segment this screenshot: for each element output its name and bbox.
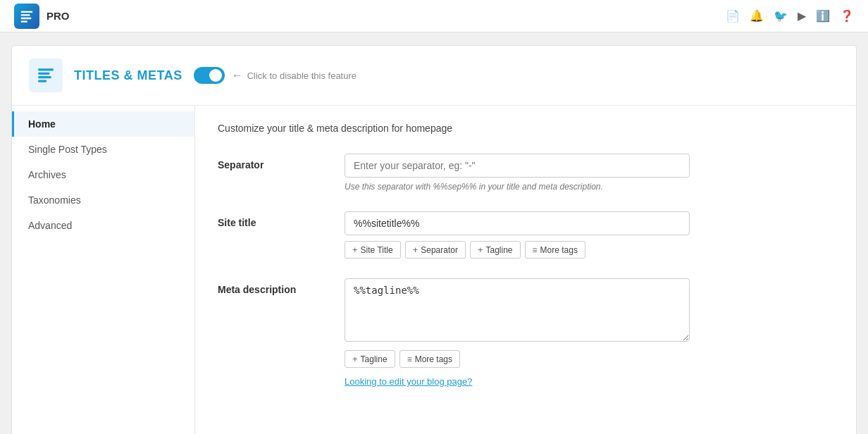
svg-rect-0 [21, 11, 33, 12]
page-description: Customize your title & meta description … [218, 123, 833, 134]
topbar: PRO 📄 🔔 🐦 ▶ ℹ️ ❓ [0, 0, 868, 32]
svg-rect-3 [21, 20, 27, 22]
separator-row: Separator Use this separator with %%sep%… [218, 154, 833, 192]
main-wrapper: TITLES & METAS ← Click to disable this f… [11, 45, 857, 434]
sidebar-item-advanced[interactable]: Advanced [12, 213, 194, 238]
sidebar-item-taxonomies[interactable]: Taxonomies [12, 187, 194, 213]
tag-btn-tagline[interactable]: + Tagline [470, 241, 521, 259]
separator-input[interactable] [345, 154, 690, 178]
separator-hint: Use this separator with %%sep%% in your … [345, 182, 833, 192]
tag-btn-more-tags[interactable]: ≡ More tags [525, 241, 585, 259]
arrow-left-icon: ← [232, 69, 243, 82]
svg-rect-1 [21, 14, 30, 16]
separator-label: Separator [218, 154, 330, 192]
feature-toggle[interactable] [194, 67, 225, 84]
toggle-hint: ← Click to disable this feature [232, 69, 356, 82]
header-icon-box [29, 58, 63, 92]
topbar-icons: 📄 🔔 🐦 ▶ ℹ️ ❓ [726, 9, 854, 23]
toggle-container: ← Click to disable this feature [194, 67, 356, 84]
svg-rect-6 [38, 76, 51, 78]
blog-link[interactable]: Looking to edit your blog page? [345, 376, 472, 387]
sidebar-item-single-post-types[interactable]: Single Post Types [12, 137, 194, 162]
content-layout: Home Single Post Types Archives Taxonomi… [12, 106, 856, 434]
site-title-row: Site title + Site Title + Separator [218, 211, 833, 259]
svg-rect-4 [38, 68, 54, 70]
meta-description-label: Meta description [218, 278, 330, 388]
svg-rect-5 [38, 73, 49, 75]
pro-label: PRO [46, 10, 70, 22]
svg-rect-7 [38, 80, 46, 82]
site-title-input[interactable] [345, 211, 690, 235]
twitter-icon[interactable]: 🐦 [774, 9, 788, 23]
tag-btn-site-title[interactable]: + Site Title [345, 241, 401, 259]
separator-control: Use this separator with %%sep%% in your … [345, 154, 833, 192]
site-title-label: Site title [218, 211, 330, 259]
meta-description-control: + Tagline ≡ More tags Looking to edit yo… [345, 278, 833, 388]
youtube-icon[interactable]: ▶ [798, 9, 806, 23]
info-icon[interactable]: ℹ️ [816, 9, 830, 23]
meta-description-tag-buttons: + Tagline ≡ More tags [345, 350, 833, 368]
site-title-tag-buttons: + Site Title + Separator + Tagline ≡ [345, 241, 833, 259]
sidebar: Home Single Post Types Archives Taxonomi… [12, 106, 195, 434]
meta-description-row: Meta description + Tagline ≡ More tags L [218, 278, 833, 388]
document-icon[interactable]: 📄 [726, 9, 740, 23]
tag-btn-separator[interactable]: + Separator [405, 241, 466, 259]
svg-rect-2 [21, 17, 32, 18]
site-title-control: + Site Title + Separator + Tagline ≡ [345, 211, 833, 259]
header-section: TITLES & METAS ← Click to disable this f… [12, 46, 856, 106]
main-panel: Customize your title & meta description … [195, 106, 856, 434]
tag-btn-meta-more-tags[interactable]: ≡ More tags [399, 350, 460, 368]
header-title: TITLES & METAS [74, 68, 182, 83]
topbar-left: PRO [14, 4, 70, 29]
tag-btn-meta-tagline[interactable]: + Tagline [345, 350, 395, 368]
bell-icon[interactable]: 🔔 [750, 9, 764, 23]
meta-description-input[interactable] [345, 278, 690, 342]
logo-box [14, 4, 39, 29]
sidebar-item-archives[interactable]: Archives [12, 162, 194, 187]
sidebar-item-home[interactable]: Home [12, 111, 194, 137]
question-icon[interactable]: ❓ [840, 9, 854, 23]
